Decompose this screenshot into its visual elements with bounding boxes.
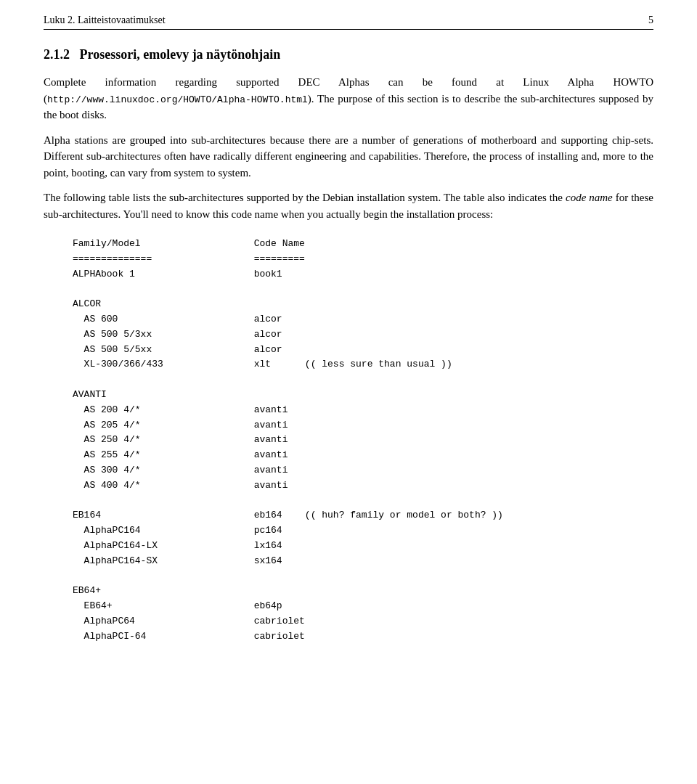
url-code: http://www.linuxdoc.org/HOWTO/Alpha-HOWT… [47,94,308,105]
header-page-number: 5 [648,15,653,26]
section-title: 2.1.2 Prosessori, emolevy ja näytönohjai… [44,47,653,62]
italic-code-name: code name [566,192,613,203]
paragraph-3: The following table lists the sub-archit… [44,189,653,222]
section-number: 2.1.2 [44,47,70,62]
paragraph-1: Complete information regarding supported… [44,74,653,123]
page-container: Luku 2. Laitteistovaatimukset 5 2.1.2 Pr… [0,0,697,784]
page-header: Luku 2. Laitteistovaatimukset 5 [44,15,653,30]
header-title: Luku 2. Laitteistovaatimukset [44,15,166,26]
code-table: Family/Model Code Name ============== ==… [73,237,653,645]
paragraph-2: Alpha stations are grouped into sub-arch… [44,132,653,181]
section-heading: Prosessori, emolevy ja näytönohjain [80,47,281,62]
